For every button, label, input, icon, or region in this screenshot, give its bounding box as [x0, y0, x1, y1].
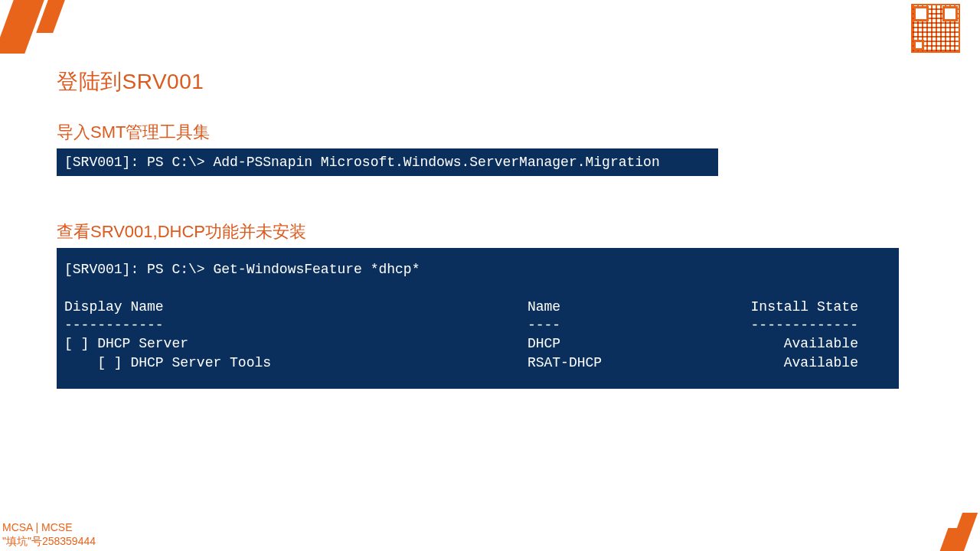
- footer-line2: "填坑"号258359444: [2, 535, 96, 549]
- subheading-import-smt: 导入SMT管理工具集: [57, 121, 911, 144]
- slide-content: 登陆到SRV001 导入SMT管理工具集 [SRV001]: PS C:\> A…: [57, 67, 911, 389]
- subheading-check-dhcp: 查看SRV001,DHCP功能并未安装: [57, 220, 911, 243]
- qr-code-icon: [911, 4, 960, 53]
- footer-line1: MCSA | MCSE: [2, 521, 96, 535]
- main-heading: 登陆到SRV001: [57, 67, 911, 96]
- powershell-block-addsnapin: [SRV001]: PS C:\> Add-PSSnapin Microsoft…: [57, 148, 718, 176]
- powershell-block-getfeature: [SRV001]: PS C:\> Get-WindowsFeature *dh…: [57, 248, 899, 389]
- footer-credits: MCSA | MCSE "填坑"号258359444: [2, 521, 96, 548]
